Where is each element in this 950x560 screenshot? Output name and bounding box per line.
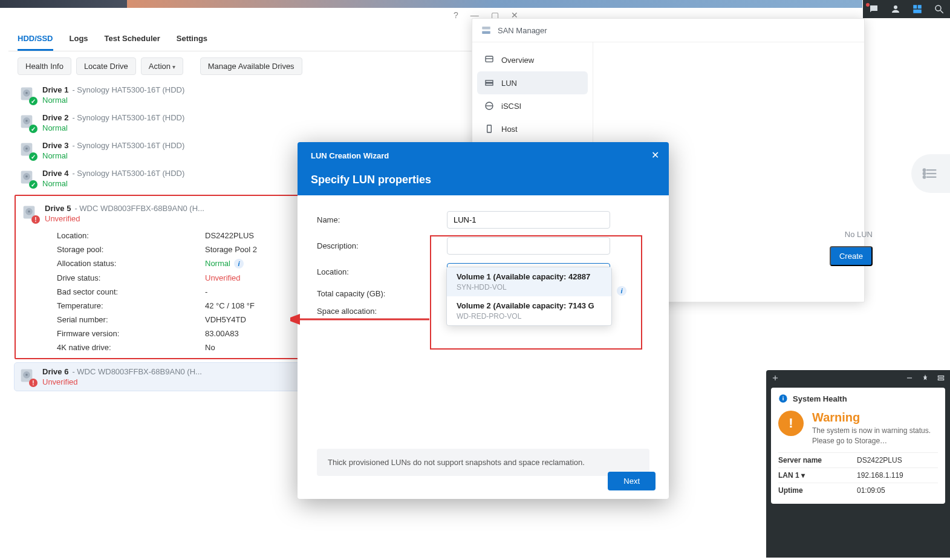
widget-title: i System Health [778,394,938,403]
drive-icon: ! [18,367,42,386]
kv-key: LAN 1 ▾ [778,471,857,480]
lun-wizard-dialog: LUN Creation Wizard Specify LUN properti… [298,142,669,499]
drive-icon: ✓ [18,85,42,104]
san-nav-label: LUN [501,79,517,88]
svg-line-5 [940,10,943,13]
san-nav-iscsi[interactable]: iSCSI [477,94,588,117]
detail-label: Drive status: [57,273,205,282]
status-error-badge: ! [29,379,37,387]
action-button[interactable]: Action [141,57,183,75]
dropdown-option-vol2[interactable]: Volume 2 (Available capacity: 7143 G WD-… [447,296,611,325]
widget-kv-row: Server nameDS2422PLUS [778,452,938,467]
svg-point-17 [25,175,28,178]
drive-model: - WDC WD8003FFBX-68B9AN0 (H... [74,204,204,213]
tab-test-scheduler[interactable]: Test Scheduler [105,34,160,51]
widgets-panel: i System Health ! Warning The system is … [766,370,950,558]
svg-rect-25 [482,31,490,34]
svg-rect-43 [938,376,943,377]
locate-drive-button[interactable]: Locate Drive [76,57,136,75]
svg-rect-26 [486,56,493,62]
svg-point-39 [923,176,926,178]
status-ok-badge: ✓ [29,152,37,161]
wizard-subtitle: Specify LUN properties [311,174,656,186]
drive-icon: ✓ [18,169,42,187]
warning-icon: ! [778,411,804,436]
san-titlebar: SAN Manager [472,19,864,42]
drive-status: Normal [42,123,516,132]
svg-rect-32 [487,125,492,132]
drive-model: - Synology HAT5300-16T (HDD) [72,85,184,94]
kv-value: 01:09:05 [857,486,885,495]
help-icon[interactable]: ? [454,10,458,20]
drive-name: Drive 1 [42,85,68,94]
chat-icon[interactable] [863,0,885,18]
wizard-footer: Next [298,463,669,499]
location-label: Location: [317,267,447,276]
wizard-title: LUN Creation Wizard [311,151,656,160]
san-nav-label: Overview [501,56,534,65]
pin-widgets-icon[interactable] [921,374,929,384]
svg-point-23 [25,374,28,376]
description-label: Description: [317,241,447,250]
search-icon[interactable] [928,0,950,18]
dashboard-icon[interactable] [906,0,928,18]
description-input[interactable] [447,237,610,255]
layout-widgets-icon[interactable] [937,374,945,384]
top-wallpaper-gradient [127,0,862,8]
san-nav-host[interactable]: Host [477,117,588,140]
option-subtitle: WD-RED-PRO-VOL [457,312,602,321]
widget-kv-row: Uptime01:09:05 [778,483,938,498]
next-button[interactable]: Next [608,472,656,490]
drive-model: - Synology HAT5300-16T (HDD) [72,113,184,122]
system-health-widget: i System Health ! Warning The system is … [771,388,945,504]
drive-name: Drive 3 [42,141,68,150]
tab-hdd-ssd[interactable]: HDD/SSD [18,34,53,51]
warning-title: Warning [812,411,938,425]
user-icon[interactable] [885,0,906,18]
dropdown-option-vol1[interactable]: Volume 1 (Available capacity: 42887 SYN-… [447,267,611,296]
svg-point-38 [923,172,926,175]
create-button[interactable]: Create [830,246,873,266]
info-icon: i [778,394,788,403]
drive-model: - WDC WD8003FFBX-68B9AN0 (H... [72,367,202,376]
san-empty-text: No LUN [845,230,873,239]
drive-status: Normal [42,96,516,105]
tab-logs[interactable]: Logs [70,34,88,51]
name-input[interactable] [447,211,610,229]
minimize-widgets-icon[interactable] [905,374,914,384]
capacity-label: Total capacity (GB): [317,289,447,298]
health-info-button[interactable]: Health Info [18,57,71,75]
drive-name: Drive 2 [42,113,68,122]
svg-point-37 [923,169,926,171]
add-widget-icon[interactable] [771,374,779,384]
drive-icon: ! [21,204,45,223]
drive-name: Drive 6 [42,367,68,376]
status-ok-badge: ✓ [29,180,37,189]
tab-settings[interactable]: Settings [177,34,207,51]
side-feed-fab[interactable] [911,154,950,193]
top-left-wallpaper-strip [0,0,127,8]
drive-model: - Synology HAT5300-16T (HDD) [72,169,184,178]
info-icon[interactable]: i [234,259,244,269]
drive-model: - Synology HAT5300-16T (HDD) [72,141,184,150]
drive-name: Drive 4 [42,169,68,178]
detail-label: Location: [57,231,205,240]
widgets-header [766,370,950,388]
status-ok-badge: ✓ [29,97,37,105]
svg-rect-29 [486,83,493,85]
san-nav-overview[interactable]: Overview [477,48,588,71]
svg-rect-24 [482,27,490,30]
svg-rect-28 [486,80,493,82]
drive-icon: ✓ [18,141,42,160]
allocation-label: Space allocation: [317,307,447,316]
svg-point-4 [935,5,941,11]
wizard-close-icon[interactable]: ✕ [651,149,659,161]
san-nav-lun[interactable]: LUN [477,71,588,94]
info-icon[interactable]: i [613,286,626,296]
svg-point-20 [28,210,30,213]
manage-drives-button[interactable]: Manage Available Drives [200,57,302,75]
detail-label: Temperature: [57,301,205,310]
detail-label: 4K native drive: [57,343,205,352]
widget-kv-row: LAN 1 ▾192.168.1.119 [778,467,938,483]
kv-value: DS2422PLUS [857,456,902,464]
